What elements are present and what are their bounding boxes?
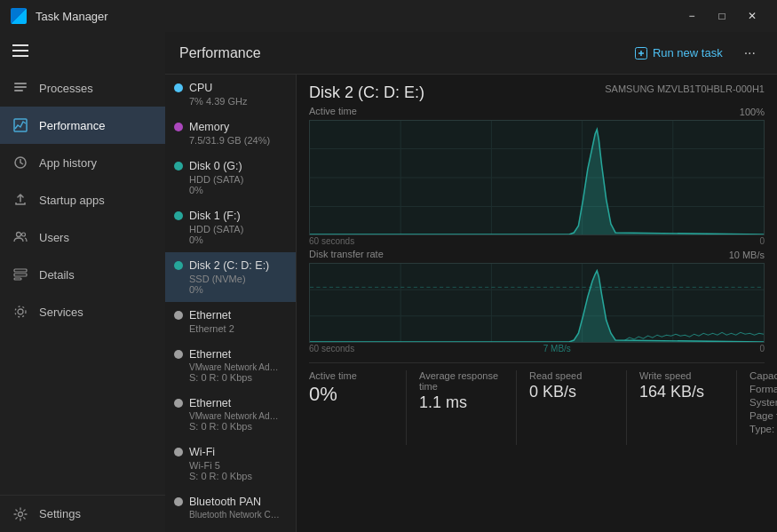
page-file-row: Page file: Yes (749, 410, 777, 421)
formatted-row: Formatted: 954 GB (749, 384, 777, 394)
settings-icon (12, 506, 28, 522)
bluetooth-dot (174, 497, 183, 506)
response-time-stat: Average response time 1.1 ms (419, 370, 517, 445)
capacity-label: Capacity: (749, 370, 777, 381)
active-time-label: Active time (309, 106, 357, 116)
run-new-task-button[interactable]: Run new task (628, 43, 730, 63)
app-body: Processes Performance App history (0, 32, 777, 532)
services-label: Services (39, 306, 83, 319)
device-list: CPU 7% 4.39 GHz Memory 7.5/31.9 GB (24%)… (165, 75, 297, 532)
disk0-type: HDD (SATA) (174, 174, 287, 185)
content-area: Performance Run new task ··· (165, 32, 777, 532)
device-item-disk2[interactable]: Disk 2 (C: D: E:) SSD (NVMe) 0% (165, 252, 296, 302)
device-item-memory[interactable]: Memory 7.5/31.9 GB (24%) (165, 114, 296, 153)
write-speed-label: Write speed (639, 370, 724, 381)
ethernet2-usage: S: 0 R: 0 Kbps (174, 372, 287, 383)
bluetooth-name: Bluetooth PAN (189, 496, 261, 508)
device-item-ethernet2[interactable]: Ethernet VMware Network Adapter VM S: 0 … (165, 341, 296, 390)
services-icon (12, 304, 28, 320)
disk0-usage: 0% (174, 185, 287, 195)
hamburger-icon (12, 44, 28, 57)
performance-label: Performance (39, 119, 105, 132)
device-item-disk0[interactable]: Disk 0 (G:) HDD (SATA) 0% (165, 153, 296, 202)
cpu-name: CPU (189, 82, 212, 94)
hamburger-menu[interactable] (0, 32, 165, 69)
device-item-wifi[interactable]: Wi-Fi Wi-Fi 5 S: 0 R: 0 Kbps (165, 439, 296, 488)
disk0-name: Disk 0 (G:) (189, 160, 242, 172)
details-label: Details (39, 268, 75, 282)
type-row: Type: SSD (NVMe) (749, 424, 777, 445)
svg-rect-3 (14, 119, 27, 131)
sidebar-spacer (0, 330, 165, 495)
settings-label: Settings (39, 507, 81, 520)
sidebar-item-processes[interactable]: Processes (0, 69, 165, 107)
sidebar-item-startup-apps[interactable]: Startup apps (0, 181, 165, 218)
chart-axis-labels-2: 60 seconds 7 MB/s 0 (309, 344, 765, 353)
sidebar-item-settings[interactable]: Settings (0, 495, 165, 532)
formatted-label: Formatted: (749, 384, 777, 394)
ethernet2-sub: VMware Network Adapter VM (174, 362, 281, 372)
ethernet3-sub: VMware Network Adapter VM (174, 411, 281, 421)
cpu-usage: 7% 4.39 GHz (174, 96, 287, 107)
transfer-rate-line: 7 MB/s (543, 344, 571, 353)
memory-usage: 7.5/31.9 GB (24%) (174, 135, 287, 146)
active-time-chart (309, 120, 765, 235)
disk1-usage: 0% (174, 234, 287, 245)
close-button[interactable]: ✕ (738, 4, 766, 28)
transfer-rate-chart (309, 263, 765, 343)
run-task-icon (635, 47, 647, 60)
device-item-ethernet3[interactable]: Ethernet VMware Network Adapter VM S: 0 … (165, 390, 296, 439)
content-title: Performance (179, 45, 261, 61)
svg-marker-33 (310, 271, 764, 342)
disk1-dot (174, 211, 183, 220)
titlebar-title: Task Manager (36, 10, 669, 23)
sidebar-item-details[interactable]: Details (0, 256, 165, 293)
ethernet2-dot (174, 350, 183, 359)
svg-point-11 (15, 306, 26, 317)
page-file-label: Page file: (749, 410, 777, 421)
disk2-dot (174, 261, 183, 270)
disk1-name: Disk 1 (F:) (189, 210, 241, 222)
svg-point-5 (17, 233, 21, 237)
stats-row: Active time 0% Average response time 1.1… (309, 362, 765, 445)
wifi-sub: Wi-Fi 5 (174, 460, 287, 471)
maximize-button[interactable]: □ (708, 4, 736, 28)
svg-rect-8 (14, 274, 27, 276)
chart-title: Disk 2 (C: D: E:) (309, 83, 424, 102)
header-actions: Run new task ··· (628, 42, 763, 65)
wifi-name: Wi-Fi (189, 446, 215, 458)
device-item-cpu[interactable]: CPU 7% 4.39 GHz (165, 75, 296, 114)
sidebar-item-users[interactable]: Users (0, 218, 165, 256)
chart-panel: Disk 2 (C: D: E:) SAMSUNG MZVLB1T0HBLR-0… (297, 75, 777, 532)
processes-icon (12, 80, 28, 96)
device-item-disk1[interactable]: Disk 1 (F:) HDD (SATA) 0% (165, 202, 296, 252)
read-speed-label: Read speed (529, 370, 614, 381)
seconds-label-2: 60 seconds (309, 344, 354, 353)
app-history-icon (12, 155, 28, 171)
disk2-type: SSD (NVMe) (174, 274, 287, 284)
svg-rect-7 (14, 269, 27, 272)
wifi-usage: S: 0 R: 0 Kbps (174, 471, 287, 481)
device-item-gpu0[interactable]: GPU 0 NVIDIA GeForce GTX 2% (26 °C) (165, 527, 296, 532)
processes-label: Processes (39, 82, 93, 95)
sidebar-item-app-history[interactable]: App history (0, 144, 165, 181)
response-time-stat-label: Average response time (419, 370, 503, 392)
more-options-button[interactable]: ··· (737, 42, 763, 65)
wifi-dot (174, 448, 183, 457)
write-speed-stat: Write speed 164 KB/s (639, 370, 737, 445)
device-item-bluetooth[interactable]: Bluetooth PAN Bluetooth Network Connecti… (165, 488, 296, 527)
sidebar-item-performance[interactable]: Performance (0, 107, 165, 144)
ethernet1-name: Ethernet (189, 309, 231, 322)
device-item-ethernet1[interactable]: Ethernet Ethernet 2 (165, 302, 296, 341)
svg-point-12 (19, 512, 23, 516)
users-icon (12, 229, 28, 245)
minimize-button[interactable]: − (678, 4, 706, 28)
right-axis-0: 0 (759, 236, 765, 246)
transfer-rate-label: Disk transfer rate (309, 249, 384, 259)
chart-header: Disk 2 (C: D: E:) SAMSUNG MZVLB1T0HBLR-0… (309, 83, 765, 102)
ethernet2-name: Ethernet (189, 348, 231, 361)
sidebar-item-services[interactable]: Services (0, 293, 165, 330)
app-icon (11, 8, 27, 24)
ethernet1-sub: Ethernet 2 (174, 323, 287, 334)
svg-marker-25 (310, 130, 764, 234)
